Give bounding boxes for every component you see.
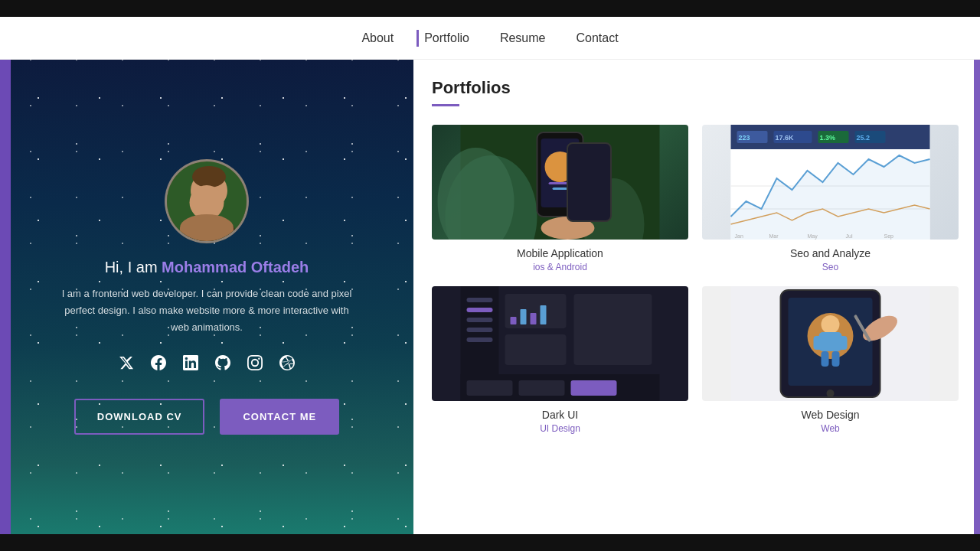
portfolio-card-seo[interactable]: 223 17.6K 1.3% 25.2 [702, 125, 959, 272]
svg-text:223: 223 [739, 134, 750, 142]
portfolio-item-subtitle-mobile: ios & Android [432, 262, 688, 272]
content-area: Hi, I am Mohammad Oftadeh I am a fronten… [0, 60, 980, 534]
portfolio-grid: Mobile Application ios & Android 223 [432, 125, 959, 434]
hero-buttons: DOWNLOAD CV CONTACT ME [74, 399, 339, 435]
svg-rect-45 [521, 309, 527, 324]
nav-portfolio[interactable]: Portfolio [424, 31, 469, 45]
svg-text:17.6K: 17.6K [776, 134, 795, 142]
svg-rect-43 [574, 294, 652, 365]
svg-rect-60 [822, 351, 829, 367]
hero-description: I am a frontend web developer. I can pro… [61, 285, 352, 336]
svg-rect-12 [549, 182, 572, 184]
portfolio-item-title-darkui: Dark UI [432, 409, 688, 421]
contact-me-button[interactable]: CONTACT ME [220, 399, 339, 435]
svg-rect-36 [467, 298, 493, 302]
portfolio-item-subtitle-darkui: UI Design [432, 423, 688, 434]
svg-text:25.2: 25.2 [857, 134, 871, 142]
avatar [165, 159, 249, 243]
portfolio-item-title-seo: Seo and Analyze [702, 247, 959, 259]
svg-rect-44 [511, 317, 517, 324]
thumb-tablet [702, 286, 959, 401]
svg-point-64 [827, 390, 835, 397]
portfolio-item-subtitle-webdesign: Web [702, 423, 959, 434]
facebook-icon[interactable] [150, 354, 167, 371]
thumb-mobile [432, 125, 688, 240]
svg-rect-46 [531, 313, 537, 324]
svg-text:Mar: Mar [769, 233, 779, 239]
svg-rect-49 [467, 380, 513, 396]
svg-text:Sep: Sep [884, 233, 894, 240]
portfolio-card-darkui[interactable]: Dark UI UI Design [432, 286, 688, 434]
svg-rect-59 [838, 336, 848, 350]
svg-point-3 [192, 166, 226, 187]
thumb-seo: 223 17.6K 1.3% 25.2 [702, 125, 959, 240]
right-accent [974, 60, 980, 534]
bottom-bar [0, 534, 980, 551]
portfolio-panel: Portfolios [413, 60, 980, 534]
svg-rect-37 [467, 308, 493, 312]
hero-panel: Hi, I am Mohammad Oftadeh I am a fronten… [0, 60, 413, 534]
svg-rect-38 [467, 318, 493, 322]
portfolio-underline [432, 104, 459, 106]
github-icon[interactable] [214, 354, 231, 371]
navigation: About Portfolio Resume Contact [0, 17, 980, 60]
portfolio-item-subtitle-seo: Seo [702, 262, 959, 272]
top-bar [0, 0, 980, 17]
svg-point-14 [541, 217, 595, 240]
social-icons [118, 354, 296, 371]
svg-rect-47 [541, 305, 547, 324]
svg-point-11 [545, 152, 576, 182]
hero-name: Mohammad Oftadeh [162, 259, 309, 276]
svg-rect-58 [814, 336, 823, 350]
nav-contact[interactable]: Contact [576, 31, 618, 45]
portfolio-title: Portfolios [432, 78, 959, 98]
nav-about[interactable]: About [361, 31, 394, 45]
svg-point-4 [182, 215, 236, 243]
svg-point-2 [195, 197, 223, 212]
twitter-icon[interactable] [118, 354, 135, 371]
thumb-darkui [432, 286, 688, 401]
dribbble-icon[interactable] [279, 354, 296, 371]
portfolio-item-title-webdesign: Web Design [702, 409, 959, 421]
hero-greeting: Hi, I am Mohammad Oftadeh [105, 259, 309, 276]
portfolio-card-mobile[interactable]: Mobile Application ios & Android [432, 125, 688, 272]
portfolio-item-title-mobile: Mobile Application [432, 247, 688, 259]
avatar-image [167, 161, 247, 241]
svg-rect-13 [553, 187, 568, 190]
svg-text:May: May [808, 233, 818, 240]
svg-rect-42 [505, 334, 567, 365]
svg-text:1.3%: 1.3% [820, 134, 836, 142]
svg-rect-50 [519, 380, 565, 396]
main-wrapper: About Portfolio Resume Contact [0, 17, 980, 534]
svg-text:Jan: Jan [735, 233, 743, 239]
svg-rect-51 [571, 380, 617, 396]
download-cv-button[interactable]: DOWNLOAD CV [74, 399, 205, 435]
nav-resume[interactable]: Resume [500, 31, 546, 45]
svg-rect-39 [467, 328, 493, 332]
portfolio-card-webdesign[interactable]: Web Design Web [702, 286, 959, 434]
linkedin-icon[interactable] [182, 354, 199, 371]
svg-rect-40 [467, 337, 493, 342]
instagram-icon[interactable] [247, 354, 263, 371]
svg-rect-61 [832, 351, 840, 367]
svg-text:Jul: Jul [846, 233, 853, 239]
svg-point-56 [822, 315, 840, 334]
